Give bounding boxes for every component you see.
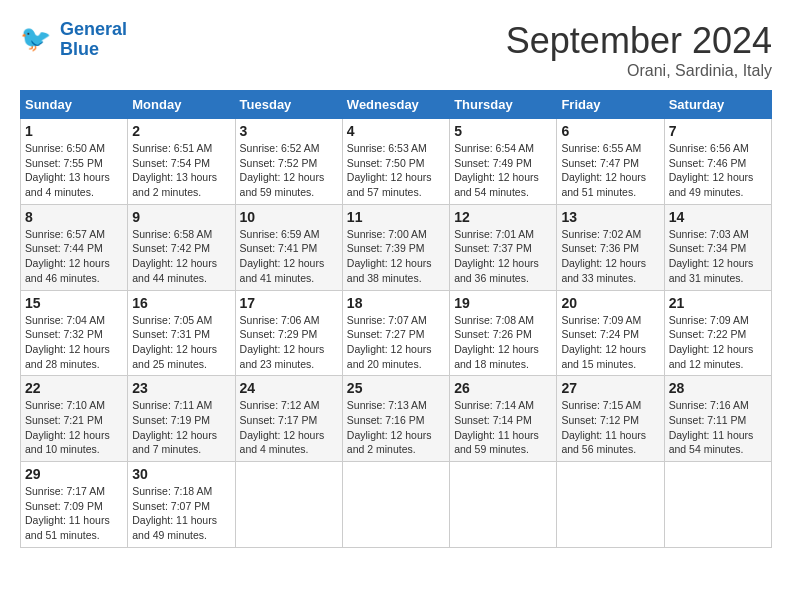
day-number: 6 bbox=[561, 123, 659, 139]
calendar-cell: 30Sunrise: 7:18 AMSunset: 7:07 PMDayligh… bbox=[128, 462, 235, 548]
day-number: 8 bbox=[25, 209, 123, 225]
day-info: Sunrise: 7:18 AMSunset: 7:07 PMDaylight:… bbox=[132, 484, 230, 543]
day-info: Sunrise: 7:07 AMSunset: 7:27 PMDaylight:… bbox=[347, 313, 445, 372]
column-header-saturday: Saturday bbox=[664, 91, 771, 119]
day-info: Sunrise: 6:56 AMSunset: 7:46 PMDaylight:… bbox=[669, 141, 767, 200]
calendar-cell: 15Sunrise: 7:04 AMSunset: 7:32 PMDayligh… bbox=[21, 290, 128, 376]
day-number: 22 bbox=[25, 380, 123, 396]
day-number: 7 bbox=[669, 123, 767, 139]
calendar-week-2: 8Sunrise: 6:57 AMSunset: 7:44 PMDaylight… bbox=[21, 204, 772, 290]
svg-text:🐦: 🐦 bbox=[20, 23, 52, 54]
day-info: Sunrise: 7:04 AMSunset: 7:32 PMDaylight:… bbox=[25, 313, 123, 372]
day-number: 25 bbox=[347, 380, 445, 396]
day-info: Sunrise: 7:01 AMSunset: 7:37 PMDaylight:… bbox=[454, 227, 552, 286]
calendar-cell: 14Sunrise: 7:03 AMSunset: 7:34 PMDayligh… bbox=[664, 204, 771, 290]
calendar-cell: 26Sunrise: 7:14 AMSunset: 7:14 PMDayligh… bbox=[450, 376, 557, 462]
day-info: Sunrise: 7:14 AMSunset: 7:14 PMDaylight:… bbox=[454, 398, 552, 457]
calendar-cell: 2Sunrise: 6:51 AMSunset: 7:54 PMDaylight… bbox=[128, 119, 235, 205]
day-info: Sunrise: 6:54 AMSunset: 7:49 PMDaylight:… bbox=[454, 141, 552, 200]
calendar-cell: 11Sunrise: 7:00 AMSunset: 7:39 PMDayligh… bbox=[342, 204, 449, 290]
day-number: 13 bbox=[561, 209, 659, 225]
day-number: 15 bbox=[25, 295, 123, 311]
calendar-cell: 6Sunrise: 6:55 AMSunset: 7:47 PMDaylight… bbox=[557, 119, 664, 205]
day-number: 18 bbox=[347, 295, 445, 311]
calendar-cell bbox=[342, 462, 449, 548]
day-number: 12 bbox=[454, 209, 552, 225]
day-info: Sunrise: 7:11 AMSunset: 7:19 PMDaylight:… bbox=[132, 398, 230, 457]
day-number: 24 bbox=[240, 380, 338, 396]
column-header-friday: Friday bbox=[557, 91, 664, 119]
calendar-header-row: SundayMondayTuesdayWednesdayThursdayFrid… bbox=[21, 91, 772, 119]
day-info: Sunrise: 7:08 AMSunset: 7:26 PMDaylight:… bbox=[454, 313, 552, 372]
day-info: Sunrise: 6:58 AMSunset: 7:42 PMDaylight:… bbox=[132, 227, 230, 286]
day-info: Sunrise: 7:15 AMSunset: 7:12 PMDaylight:… bbox=[561, 398, 659, 457]
calendar-cell: 9Sunrise: 6:58 AMSunset: 7:42 PMDaylight… bbox=[128, 204, 235, 290]
calendar-cell: 22Sunrise: 7:10 AMSunset: 7:21 PMDayligh… bbox=[21, 376, 128, 462]
day-info: Sunrise: 6:57 AMSunset: 7:44 PMDaylight:… bbox=[25, 227, 123, 286]
day-number: 27 bbox=[561, 380, 659, 396]
column-header-wednesday: Wednesday bbox=[342, 91, 449, 119]
day-info: Sunrise: 7:06 AMSunset: 7:29 PMDaylight:… bbox=[240, 313, 338, 372]
day-info: Sunrise: 7:16 AMSunset: 7:11 PMDaylight:… bbox=[669, 398, 767, 457]
day-number: 17 bbox=[240, 295, 338, 311]
calendar-cell: 29Sunrise: 7:17 AMSunset: 7:09 PMDayligh… bbox=[21, 462, 128, 548]
column-header-sunday: Sunday bbox=[21, 91, 128, 119]
logo-line2: Blue bbox=[60, 39, 99, 59]
calendar-cell: 5Sunrise: 6:54 AMSunset: 7:49 PMDaylight… bbox=[450, 119, 557, 205]
logo: 🐦 General Blue bbox=[20, 20, 127, 60]
day-number: 28 bbox=[669, 380, 767, 396]
logo-text: General Blue bbox=[60, 20, 127, 60]
month-title: September 2024 bbox=[506, 20, 772, 62]
logo-line1: General bbox=[60, 19, 127, 39]
column-header-thursday: Thursday bbox=[450, 91, 557, 119]
column-header-tuesday: Tuesday bbox=[235, 91, 342, 119]
calendar-cell: 16Sunrise: 7:05 AMSunset: 7:31 PMDayligh… bbox=[128, 290, 235, 376]
calendar-cell bbox=[664, 462, 771, 548]
day-info: Sunrise: 7:09 AMSunset: 7:22 PMDaylight:… bbox=[669, 313, 767, 372]
day-number: 16 bbox=[132, 295, 230, 311]
day-number: 4 bbox=[347, 123, 445, 139]
day-number: 10 bbox=[240, 209, 338, 225]
location: Orani, Sardinia, Italy bbox=[506, 62, 772, 80]
day-number: 2 bbox=[132, 123, 230, 139]
calendar-cell: 10Sunrise: 6:59 AMSunset: 7:41 PMDayligh… bbox=[235, 204, 342, 290]
calendar-cell: 8Sunrise: 6:57 AMSunset: 7:44 PMDaylight… bbox=[21, 204, 128, 290]
day-info: Sunrise: 6:52 AMSunset: 7:52 PMDaylight:… bbox=[240, 141, 338, 200]
day-info: Sunrise: 7:02 AMSunset: 7:36 PMDaylight:… bbox=[561, 227, 659, 286]
day-info: Sunrise: 6:55 AMSunset: 7:47 PMDaylight:… bbox=[561, 141, 659, 200]
day-info: Sunrise: 7:17 AMSunset: 7:09 PMDaylight:… bbox=[25, 484, 123, 543]
day-info: Sunrise: 7:12 AMSunset: 7:17 PMDaylight:… bbox=[240, 398, 338, 457]
calendar-cell: 17Sunrise: 7:06 AMSunset: 7:29 PMDayligh… bbox=[235, 290, 342, 376]
day-number: 9 bbox=[132, 209, 230, 225]
day-info: Sunrise: 7:09 AMSunset: 7:24 PMDaylight:… bbox=[561, 313, 659, 372]
calendar-cell bbox=[450, 462, 557, 548]
day-number: 23 bbox=[132, 380, 230, 396]
day-number: 20 bbox=[561, 295, 659, 311]
calendar-cell: 18Sunrise: 7:07 AMSunset: 7:27 PMDayligh… bbox=[342, 290, 449, 376]
calendar-cell: 25Sunrise: 7:13 AMSunset: 7:16 PMDayligh… bbox=[342, 376, 449, 462]
day-info: Sunrise: 6:59 AMSunset: 7:41 PMDaylight:… bbox=[240, 227, 338, 286]
day-info: Sunrise: 6:51 AMSunset: 7:54 PMDaylight:… bbox=[132, 141, 230, 200]
calendar-week-1: 1Sunrise: 6:50 AMSunset: 7:55 PMDaylight… bbox=[21, 119, 772, 205]
day-info: Sunrise: 6:53 AMSunset: 7:50 PMDaylight:… bbox=[347, 141, 445, 200]
day-number: 5 bbox=[454, 123, 552, 139]
column-header-monday: Monday bbox=[128, 91, 235, 119]
day-info: Sunrise: 7:05 AMSunset: 7:31 PMDaylight:… bbox=[132, 313, 230, 372]
calendar-cell: 1Sunrise: 6:50 AMSunset: 7:55 PMDaylight… bbox=[21, 119, 128, 205]
calendar-cell: 21Sunrise: 7:09 AMSunset: 7:22 PMDayligh… bbox=[664, 290, 771, 376]
day-info: Sunrise: 7:13 AMSunset: 7:16 PMDaylight:… bbox=[347, 398, 445, 457]
calendar-week-3: 15Sunrise: 7:04 AMSunset: 7:32 PMDayligh… bbox=[21, 290, 772, 376]
calendar-cell: 19Sunrise: 7:08 AMSunset: 7:26 PMDayligh… bbox=[450, 290, 557, 376]
calendar-week-5: 29Sunrise: 7:17 AMSunset: 7:09 PMDayligh… bbox=[21, 462, 772, 548]
day-info: Sunrise: 7:10 AMSunset: 7:21 PMDaylight:… bbox=[25, 398, 123, 457]
day-info: Sunrise: 7:03 AMSunset: 7:34 PMDaylight:… bbox=[669, 227, 767, 286]
calendar-cell: 28Sunrise: 7:16 AMSunset: 7:11 PMDayligh… bbox=[664, 376, 771, 462]
day-number: 26 bbox=[454, 380, 552, 396]
day-info: Sunrise: 7:00 AMSunset: 7:39 PMDaylight:… bbox=[347, 227, 445, 286]
calendar-cell: 20Sunrise: 7:09 AMSunset: 7:24 PMDayligh… bbox=[557, 290, 664, 376]
logo-icon: 🐦 bbox=[20, 22, 56, 58]
calendar-cell: 4Sunrise: 6:53 AMSunset: 7:50 PMDaylight… bbox=[342, 119, 449, 205]
day-number: 29 bbox=[25, 466, 123, 482]
day-number: 14 bbox=[669, 209, 767, 225]
day-number: 19 bbox=[454, 295, 552, 311]
